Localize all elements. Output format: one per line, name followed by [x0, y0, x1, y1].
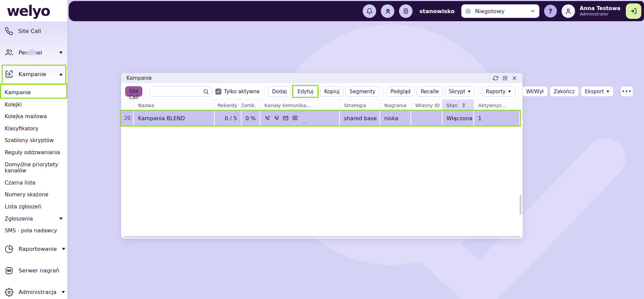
- campaign-table: Nazwa Rekordy Zamk. Kanały komunika... S…: [121, 99, 523, 238]
- submenu-label: Lista zgłoszeń: [5, 204, 41, 210]
- sidebar-item-site-call[interactable]: Site Call: [0, 22, 67, 40]
- user-name: Anna Testowa: [580, 6, 620, 12]
- sidebar-item-personel[interactable]: Personel: [0, 43, 67, 62]
- table-row-kampania-blend[interactable]: 20 Kampania BLEND 0 / 5 0 %: [121, 111, 520, 126]
- submenu-item-szablony-skryptow[interactable]: Szablony skryptów: [0, 135, 67, 147]
- refresh-button[interactable]: [493, 75, 498, 81]
- sidebar: welyo Site Call ˆ Personel: [0, 0, 67, 299]
- recalle-button[interactable]: Recalle: [417, 86, 443, 97]
- sidebar-item-administracja[interactable]: Administracja: [0, 283, 67, 299]
- submenu-label: Kolejki: [5, 102, 22, 108]
- sidebar-item-raportowanie[interactable]: Raportowanie: [0, 240, 67, 259]
- toolbar-divider: [518, 87, 519, 96]
- column-header-kanaly[interactable]: Kanały komunika...: [260, 100, 340, 111]
- column-header-rekordy[interactable]: Rekordy: [215, 100, 242, 111]
- submenu-item-kolejki[interactable]: Kolejki: [0, 99, 67, 111]
- search-input[interactable]: [152, 88, 203, 95]
- close-button[interactable]: [512, 75, 517, 81]
- help-label: ?: [548, 7, 552, 15]
- column-header-stan[interactable]: Stan: [442, 100, 474, 111]
- eksport-dropdown-button[interactable]: Eksport: [581, 86, 613, 97]
- submenu-item-czarna-lista[interactable]: Czarna lista: [0, 177, 67, 189]
- cell-strategia: shared base: [340, 111, 380, 126]
- people-icon: [5, 48, 13, 57]
- cell-wlasny-id: [411, 111, 442, 126]
- toolbar-divider: [383, 87, 383, 96]
- maximize-button[interactable]: [502, 75, 508, 81]
- kopiuj-button[interactable]: Kopiuj: [320, 86, 344, 97]
- submenu-item-reguly-oddzwaniania[interactable]: Reguły oddzwaniania: [0, 147, 67, 159]
- sms-chat-icon: [292, 115, 298, 121]
- site-call-button[interactable]: Site Call: [125, 86, 142, 97]
- agent-status-dropdown[interactable]: Niegotowy: [461, 4, 539, 18]
- column-header-rownum[interactable]: [121, 100, 134, 111]
- cell-zamk: 0 %: [242, 111, 260, 126]
- skrypt-dropdown-button[interactable]: Skrypt: [445, 86, 475, 97]
- sidebar-item-label: Personel: [19, 49, 42, 56]
- sort-icon: [462, 103, 465, 107]
- segmenty-button[interactable]: Segmenty: [346, 86, 379, 97]
- column-header-nazwa[interactable]: Nazwa: [134, 100, 215, 111]
- submenu-item-lista-zgloszen[interactable]: Lista zgłoszeń: [0, 201, 67, 213]
- phone-incoming-icon: [274, 115, 279, 121]
- submenu-item-numery-skazone[interactable]: Numery skażone: [0, 189, 67, 201]
- chevron-down-icon: [59, 52, 63, 54]
- sidebar-item-label: Serwer nagrań: [19, 267, 59, 274]
- voicemail-icon: [5, 266, 13, 275]
- cell-aktywnych: 1: [474, 111, 520, 126]
- submenu-item-domyslne-priorytety[interactable]: Domyślne priorytety kanałów: [0, 159, 67, 177]
- column-header-strategia[interactable]: Strategia: [340, 100, 380, 111]
- sidebar-item-label: Administracja: [19, 289, 57, 295]
- only-active-checkbox[interactable]: [215, 89, 221, 95]
- cell-rekordy: 0 / 5: [215, 111, 242, 126]
- notifications-button[interactable]: [363, 4, 376, 18]
- submenu-item-klasyfikatory[interactable]: Klasyfikatory: [0, 123, 67, 135]
- only-active-filter: Tylko aktywne: [215, 89, 260, 95]
- podglad-button[interactable]: Podgląd: [387, 86, 415, 97]
- chevron-down-icon: [606, 91, 609, 93]
- window-toolbar: Site Call Tylko aktywne Dodaj Edytuj Kop…: [121, 83, 523, 99]
- submenu-item-zgloszenia[interactable]: Zgłoszenia: [0, 213, 67, 225]
- sidebar-nav: Site Call ˆ Personel Kampanie: [0, 22, 67, 299]
- annotation-edytuj: Edytuj: [292, 85, 319, 98]
- agents-button[interactable]: [381, 4, 394, 18]
- more-actions-button[interactable]: •••: [620, 86, 633, 97]
- column-header-nagrania[interactable]: Nagrania: [380, 100, 411, 111]
- status-dot: [465, 8, 471, 14]
- horizontal-scrollbar[interactable]: [123, 236, 521, 238]
- campaign-icon: [5, 70, 13, 78]
- station-label: stanowisko: [419, 8, 455, 14]
- edytuj-button[interactable]: Edytuj: [293, 86, 317, 97]
- submenu-item-kampanie[interactable]: Kampanie: [0, 87, 67, 99]
- dodaj-button[interactable]: Dodaj: [268, 86, 291, 97]
- logout-button[interactable]: [626, 3, 641, 19]
- submenu-item-kolejka-mailowa[interactable]: Kolejka mailowa: [0, 111, 67, 123]
- submenu-item-sms-pola-nadawcy[interactable]: SMS - pola nadawcy: [0, 225, 67, 237]
- submenu-label: Kolejka mailowa: [5, 113, 47, 120]
- window-header[interactable]: Kampanie: [121, 73, 523, 83]
- list-document-icon: [402, 8, 409, 14]
- toolbar-divider: [478, 87, 478, 96]
- tasks-button[interactable]: [399, 4, 413, 18]
- phone-icon: [5, 27, 13, 35]
- submenu-label: Zgłoszenia: [5, 216, 33, 222]
- row-number: 20: [121, 111, 134, 126]
- sidebar-item-serwer-nagran[interactable]: Serwer nagrań: [0, 261, 67, 280]
- cell-kanaly: ...: [260, 111, 340, 126]
- chevron-down-icon: [530, 8, 535, 14]
- zakoncz-button[interactable]: Zakończ: [550, 86, 579, 97]
- submenu-label: Klasyfikatory: [5, 126, 38, 132]
- sidebar-item-kampanie[interactable]: Kampanie: [0, 65, 67, 84]
- brand-logo[interactable]: welyo: [0, 0, 67, 22]
- column-header-zamk[interactable]: Zamk.: [242, 100, 260, 111]
- wl-wyl-button[interactable]: Wł/Wył: [522, 86, 548, 97]
- more-channels-indicator: ...: [302, 120, 307, 124]
- vertical-scrollbar-thumb[interactable]: [520, 195, 522, 214]
- help-button[interactable]: ?: [544, 5, 557, 18]
- raporty-dropdown-button[interactable]: Raporty: [482, 86, 515, 97]
- avatar[interactable]: [562, 4, 575, 18]
- submenu-label: SMS - pola nadawcy: [5, 228, 57, 234]
- column-header-aktywnych[interactable]: Aktywnyc...: [474, 100, 523, 111]
- kampanie-submenu: Kampanie Kolejki Kolejka mailowa Klasyfi…: [0, 86, 67, 237]
- column-header-wlasny-id[interactable]: Własny ID: [411, 100, 442, 111]
